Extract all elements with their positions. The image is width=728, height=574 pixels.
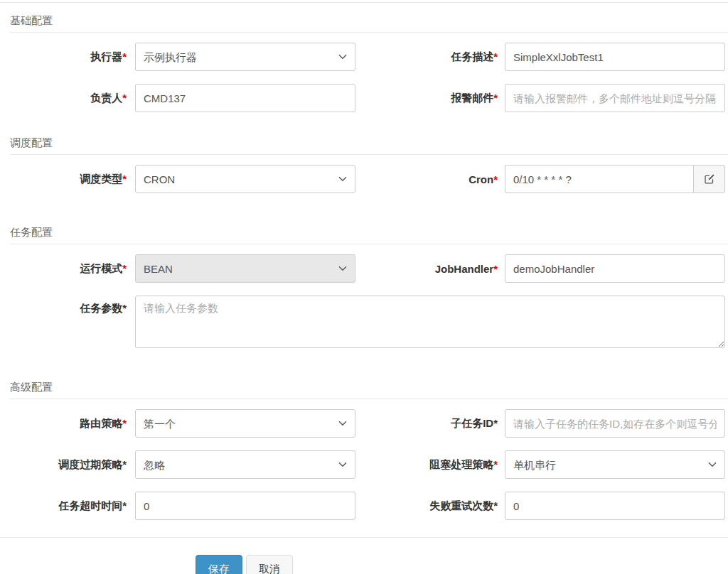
cancel-button[interactable]: 取消: [246, 555, 293, 574]
field-label-schedule-type: 调度类型*: [0, 173, 135, 186]
edit-icon: [704, 173, 715, 185]
form-row: 任务参数*: [0, 296, 728, 348]
field-label-route-strategy: 路由策略*: [0, 417, 135, 430]
required-asterisk: *: [493, 92, 498, 104]
field-label-job-param: 任务参数*: [0, 296, 135, 315]
job-desc-input[interactable]: [505, 43, 725, 71]
required-asterisk: *: [122, 92, 127, 104]
field-label-block-strategy: 阻塞处理策略*: [355, 458, 505, 472]
form-row: 任务超时时间* 失败重试次数*: [0, 492, 728, 520]
cron-edit-button[interactable]: [693, 165, 725, 193]
section-title-job: 任务配置: [10, 226, 728, 244]
field-label-child-job-id: 子任务ID*: [355, 417, 505, 430]
form-row: 路由策略* 第一个 子任务ID*: [0, 409, 728, 438]
asterisk: *: [122, 458, 127, 470]
schedule-type-select[interactable]: CRON: [135, 165, 355, 193]
job-handler-input[interactable]: [505, 254, 725, 283]
form-row: 负责人* 报警邮件*: [0, 84, 728, 112]
form-row: 调度类型* CRON Cron*: [0, 165, 728, 193]
field-label-run-mode: 运行模式*: [0, 262, 135, 276]
asterisk: *: [122, 499, 127, 511]
field-label-cron: Cron*: [355, 173, 505, 185]
asterisk: *: [493, 499, 498, 511]
divider: [0, 2, 728, 3]
job-param-textarea[interactable]: [135, 296, 725, 348]
form-row: 调度过期策略* 忽略 阻塞处理策略* 单机串行: [0, 450, 728, 479]
required-asterisk: *: [493, 458, 498, 470]
owner-input[interactable]: [135, 84, 355, 112]
required-asterisk: *: [122, 262, 127, 274]
required-asterisk: *: [493, 173, 498, 185]
required-asterisk: *: [122, 417, 127, 429]
form-row: 运行模式* BEAN JobHandler*: [0, 254, 728, 283]
child-job-id-input[interactable]: [505, 409, 725, 438]
timeout-input[interactable]: [135, 492, 355, 520]
job-edit-form: 基础配置 执行器* 示例执行器 任务描述* 负责人*: [0, 2, 728, 574]
field-label-alarm-email: 报警邮件*: [355, 92, 505, 105]
field-label-job-desc: 任务描述*: [355, 50, 505, 64]
field-label-executor: 执行器*: [0, 50, 135, 64]
section-title-text: 高级配置: [10, 381, 53, 393]
section-title-schedule: 调度配置: [10, 136, 728, 155]
alarm-email-input[interactable]: [505, 84, 725, 112]
section-title-basic: 基础配置: [10, 14, 728, 33]
executor-select[interactable]: 示例执行器: [135, 43, 355, 71]
asterisk: *: [493, 417, 498, 429]
field-label-owner: 负责人*: [0, 92, 135, 105]
field-label-misfire-strategy: 调度过期策略*: [0, 458, 135, 472]
required-asterisk: *: [122, 173, 127, 185]
save-button[interactable]: 保存: [196, 555, 242, 574]
run-mode-select: BEAN: [135, 254, 355, 283]
cron-input-group: [505, 165, 725, 193]
required-asterisk: *: [122, 50, 127, 63]
field-label-fail-retry: 失败重试次数*: [355, 499, 505, 513]
required-asterisk: *: [493, 263, 498, 275]
route-strategy-select[interactable]: 第一个: [135, 409, 355, 438]
fail-retry-input[interactable]: [505, 492, 725, 520]
section-title-text: 任务配置: [10, 226, 53, 238]
field-label-timeout: 任务超时时间*: [0, 499, 135, 513]
section-title-text: 基础配置: [10, 14, 53, 26]
block-strategy-select[interactable]: 单机串行: [505, 450, 725, 479]
field-label-job-handler: JobHandler*: [355, 263, 505, 275]
required-asterisk: *: [493, 50, 498, 63]
section-title-advanced: 高级配置: [10, 381, 728, 399]
cron-input[interactable]: [505, 165, 693, 193]
section-title-text: 调度配置: [10, 136, 53, 148]
form-row: 执行器* 示例执行器 任务描述*: [0, 43, 728, 71]
asterisk: *: [122, 302, 127, 314]
form-footer: 保存 取消: [0, 538, 728, 574]
misfire-strategy-select[interactable]: 忽略: [135, 450, 355, 479]
